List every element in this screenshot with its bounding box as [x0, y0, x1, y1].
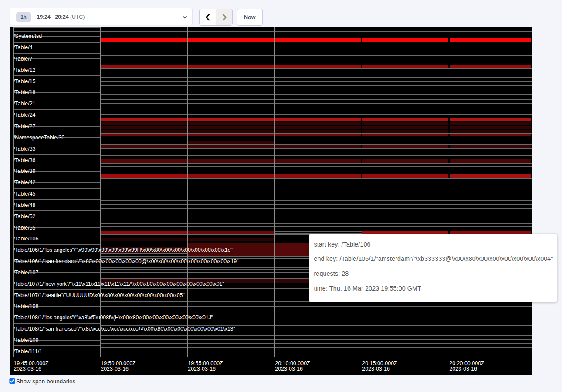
svg-text:/Table/45: /Table/45	[14, 191, 36, 197]
svg-text:2023-03-16: 2023-03-16	[449, 366, 477, 372]
svg-text:20:10:00.000Z: 20:10:00.000Z	[275, 360, 310, 366]
svg-text:/Table/36: /Table/36	[14, 157, 36, 163]
svg-text:/Table/106/1/"los angeles"/"\x: /Table/106/1/"los angeles"/"\x99\x99\x99…	[14, 247, 233, 253]
svg-text:/Table/52: /Table/52	[14, 213, 36, 219]
svg-text:19:45:00.000Z: 19:45:00.000Z	[14, 360, 49, 366]
svg-text:2023-03-16: 2023-03-16	[188, 366, 216, 372]
svg-text:2023-03-16: 2023-03-16	[101, 366, 129, 372]
svg-text:/Table/15: /Table/15	[14, 78, 36, 84]
svg-text:/Table/109: /Table/109	[14, 337, 39, 343]
svg-text:/Table/39: /Table/39	[14, 168, 36, 174]
svg-text:2023-03-16: 2023-03-16	[14, 366, 41, 372]
svg-text:2023-03-16: 2023-03-16	[275, 366, 303, 372]
svg-text:19:55:00.000Z: 19:55:00.000Z	[188, 360, 223, 366]
svg-text:20:20:00.000Z: 20:20:00.000Z	[449, 360, 484, 366]
svg-text:/Table/7: /Table/7	[14, 55, 33, 61]
svg-text:/Table/27: /Table/27	[14, 123, 36, 129]
svg-text:/NamespaceTable/30: /NamespaceTable/30	[14, 134, 64, 140]
svg-text:2023-03-16: 2023-03-16	[362, 366, 390, 372]
svg-text:/Table/55: /Table/55	[14, 224, 36, 230]
svg-text:/Table/106/1/"san francisco"/": /Table/106/1/"san francisco"/"\x80\x00\x…	[14, 258, 238, 264]
svg-text:19:50:00.000Z: 19:50:00.000Z	[101, 360, 136, 366]
svg-text:/Table/106: /Table/106	[14, 236, 39, 242]
svg-text:/Table/107/1/"new york"/"\x11\: /Table/107/1/"new york"/"\x11\x11\x11\x1…	[14, 280, 224, 287]
svg-text:/Table/107: /Table/107	[14, 269, 39, 275]
svg-text:/Table/108/1/"los angeles"/"\x: /Table/108/1/"los angeles"/"\xa8\xf5\u00…	[14, 314, 213, 321]
svg-text:/Table/33: /Table/33	[14, 145, 36, 152]
svg-text:/Table/108/1/"san francisco"/": /Table/108/1/"san francisco"/"\x8c\xcc\x…	[14, 326, 235, 332]
svg-text:/Table/4: /Table/4	[14, 44, 33, 51]
svg-text:/Table/48: /Table/48	[14, 202, 36, 208]
svg-text:20:15:00.000Z: 20:15:00.000Z	[362, 360, 397, 366]
svg-text:/Table/18: /Table/18	[14, 89, 36, 95]
svg-text:/Table/111/1: /Table/111/1	[14, 348, 42, 354]
svg-text:/Table/24: /Table/24	[14, 112, 36, 118]
svg-text:/Table/21: /Table/21	[14, 101, 36, 107]
svg-text:/Table/108: /Table/108	[14, 303, 39, 309]
svg-text:/Table/107/1/"seattle"/"UUUUUU: /Table/107/1/"seattle"/"UUUUUUD\x00\x80\…	[14, 292, 185, 298]
svg-text:/System/tsd: /System/tsd	[14, 33, 42, 39]
svg-text:/Table/42: /Table/42	[14, 179, 36, 186]
svg-text:/Table/12: /Table/12	[14, 67, 36, 73]
